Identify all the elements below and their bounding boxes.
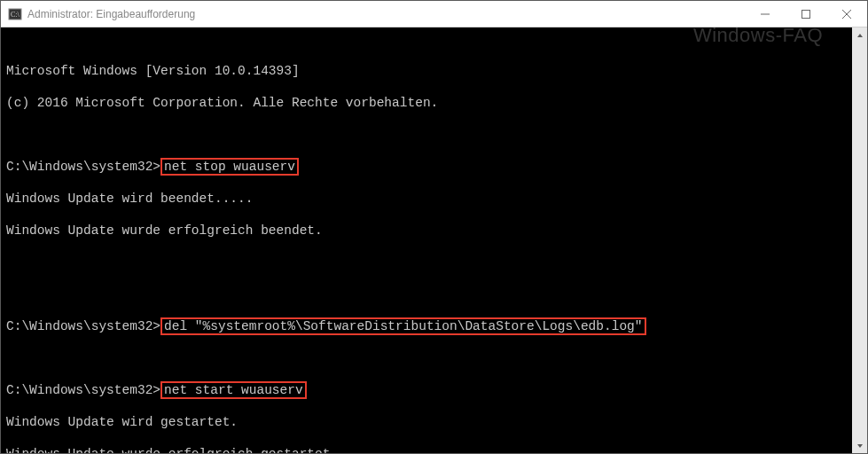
watermark: Windows-FAQ — [693, 27, 823, 43]
output-line: Windows Update wird gestartet. — [6, 414, 862, 430]
svg-text:C:\: C:\ — [11, 11, 20, 19]
prompt: C:\Windows\system32> — [6, 319, 160, 333]
prompt: C:\Windows\system32> — [6, 160, 160, 174]
svg-marker-7 — [857, 444, 863, 448]
highlighted-command: net start wuauserv — [160, 381, 307, 399]
scroll-down-arrow[interactable] — [852, 438, 867, 453]
output-line: Microsoft Windows [Version 10.0.14393] — [6, 63, 862, 79]
svg-marker-6 — [857, 34, 863, 37]
minimize-button[interactable] — [745, 1, 786, 27]
output-line: (c) 2016 Microsoft Corporation. Alle Rec… — [6, 95, 862, 111]
svg-rect-3 — [802, 10, 810, 18]
maximize-button[interactable] — [786, 1, 826, 27]
titlebar[interactable]: C:\ Administrator: Eingabeaufforderung — [1, 1, 867, 27]
scroll-up-arrow[interactable] — [852, 27, 867, 43]
highlighted-command: net stop wuauserv — [160, 158, 299, 176]
output-line: Windows Update wird beendet..... — [6, 191, 862, 207]
command-prompt-window: C:\ Administrator: Eingabeaufforderung W… — [0, 0, 868, 454]
close-button[interactable] — [826, 1, 867, 27]
scrollbar-track[interactable] — [852, 43, 867, 438]
window-title: Administrator: Eingabeaufforderung — [27, 8, 195, 20]
vertical-scrollbar[interactable] — [852, 27, 867, 453]
output-line: Windows Update wurde erfolgreich beendet… — [6, 223, 862, 239]
cmd-icon: C:\ — [8, 7, 22, 21]
terminal-output[interactable]: Windows-FAQ Microsoft Windows [Version 1… — [1, 27, 867, 453]
output-line: Windows Update wurde erfolgreich gestart… — [6, 446, 862, 453]
highlighted-command: del "%systemroot%\SoftwareDistribution\D… — [160, 317, 646, 335]
prompt: C:\Windows\system32> — [6, 383, 160, 397]
